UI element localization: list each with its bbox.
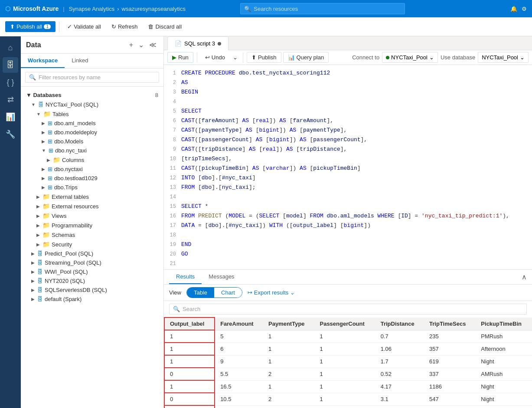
azure-icon: ⬡ <box>5 5 10 12</box>
script-tab-bar: 📄 SQL script 3 <box>164 36 532 50</box>
line-number: 7 <box>164 126 181 135</box>
refresh-button[interactable]: ↻ Refresh <box>107 22 142 32</box>
tree-item-schemas[interactable]: ▶ 📁 Schemas <box>21 230 163 240</box>
publish-all-label: Publish all <box>16 23 42 30</box>
main-layout: ⌂ 🗄 { } ⇄ 📊 🔧 Data + ⌄ ≪ Workspace Linke… <box>0 36 532 408</box>
breadcrumb-synapse[interactable]: Synapse Analytics <box>69 6 115 12</box>
tab-linked[interactable]: Linked <box>65 54 95 68</box>
line-content: BEGIN <box>181 88 532 97</box>
results-table-header: Output_label FareAmount PaymentType Pass… <box>164 317 532 330</box>
line-content <box>181 193 532 201</box>
run-button[interactable]: ▶ Run <box>167 52 193 63</box>
tab-messages[interactable]: Messages <box>202 270 241 284</box>
validate-all-label: Validate all <box>74 23 101 30</box>
tree-item-views[interactable]: ▶ 📁 Views <box>21 211 163 220</box>
table-cell: 547 <box>424 393 476 405</box>
tree-item-nyc-taxi[interactable]: ▼ ⊞ dbo.nyc_taxi <box>21 146 163 155</box>
tree-item-nyctaxi[interactable]: ▶ ⊞ dbo.nyctaxi <box>21 165 163 174</box>
table-cell: 1186 <box>424 380 476 393</box>
more-button[interactable]: ⌄ <box>137 40 146 50</box>
more-options-button[interactable]: ⌄ <box>231 52 239 62</box>
tree-item-external-tables[interactable]: ▶ 📁 External tables <box>21 192 163 201</box>
table-cell: 235 <box>424 330 476 343</box>
tree-item-programmability[interactable]: ▶ 📁 Programmability <box>21 220 163 230</box>
tab-workspace[interactable]: Workspace <box>21 54 65 68</box>
query-plan-button[interactable]: 📊 Query plan <box>283 52 329 63</box>
publish-button[interactable]: ⬆ Publish <box>247 52 281 63</box>
monitor-icon[interactable]: 📊 <box>3 109 18 125</box>
develop-icon[interactable]: { } <box>3 74 18 90</box>
line-content <box>181 97 532 106</box>
tab-results[interactable]: Results <box>169 270 202 284</box>
global-search[interactable]: 🔍 <box>240 3 405 14</box>
collapse-button[interactable]: ≪ <box>147 40 158 50</box>
line-content: CAST([passengerCount] AS [bigint]) AS [p… <box>181 136 532 144</box>
line-number: 15 <box>164 202 181 211</box>
tree-item-streaming-pool[interactable]: ▶ 🗄 Streaming_Pool (SQL) <box>21 258 163 267</box>
table-icon: ⊞ <box>48 175 52 181</box>
tree-item-tables[interactable]: ▼ 📁 Tables <box>21 109 163 119</box>
publish-all-button[interactable]: ⬆ Publish all 1 <box>5 21 55 32</box>
validate-icon: ✓ <box>67 23 72 30</box>
table-toggle[interactable]: Table <box>187 288 214 298</box>
tree-item-security[interactable]: ▶ 📁 Security <box>21 240 163 249</box>
code-editor[interactable]: 1CREATE PROCEDURE dbo.test_nyctaxi_scori… <box>164 65 532 269</box>
use-db-dropdown[interactable]: NYCTaxi_Pool ⌄ <box>478 52 529 63</box>
tree-item-models[interactable]: ▶ ⊞ dbo.Models <box>21 137 163 146</box>
database-icon: 🗄 <box>37 296 43 302</box>
search-input[interactable] <box>254 6 401 12</box>
tree-item-nyctaxi-pool[interactable]: ▼ 🗄 NYCTaxi_Pool (SQL) <box>21 100 163 109</box>
tree-item-label: Columns <box>62 157 84 163</box>
tree-item-sqlserverlessdb[interactable]: ▶ 🗄 SQLServerlessDB (SQL) <box>21 285 163 295</box>
integrate-icon[interactable]: ⇄ <box>3 92 18 107</box>
table-row: 05.5210.52337AMRush <box>164 368 532 380</box>
tree-item-columns[interactable]: ▶ 📁 Columns <box>21 155 163 165</box>
tree-item-trips[interactable]: ▶ ⊞ dbo.Trips <box>21 183 163 192</box>
chart-toggle[interactable]: Chart <box>214 288 242 298</box>
results-panel: Results Messages ∧ View Table Chart ↦ Ex… <box>164 269 532 408</box>
tree-item-wwi-pool[interactable]: ▶ 🗄 WWI_Pool (SQL) <box>21 267 163 276</box>
settings-icon[interactable]: ⚙ <box>522 6 527 12</box>
db-dropdown[interactable]: NYCTaxi_Pool ⌄ <box>382 52 438 63</box>
table-cell: Afternoon <box>476 405 532 408</box>
tree-item-predict-pool[interactable]: ▶ 🗄 Predict_Pool (SQL) <box>21 249 163 258</box>
table-cell: 1 <box>314 330 375 343</box>
notification-icon[interactable]: 🔔 <box>510 6 517 12</box>
line-content: CAST([pickupTimeBin] AS [varchar]) AS [p… <box>181 164 532 173</box>
add-button[interactable]: + <box>127 40 135 50</box>
tree-item-modeldeploy[interactable]: ▶ ⊞ dbo.modeldeploy <box>21 128 163 137</box>
script-tab[interactable]: 📄 SQL script 3 <box>167 36 228 50</box>
tree-item-testload[interactable]: ▶ ⊞ dbo.testload1029 <box>21 174 163 183</box>
tree-item-default-spark[interactable]: ▶ 🗄 default (Spark) <box>21 295 163 304</box>
tree-item-label: Streaming_Pool (SQL) <box>45 259 101 266</box>
tree-item-label: SQLServerlessDB (SQL) <box>45 287 107 293</box>
script-toolbar: ▶ Run ↩ Undo ⌄ ⬆ Publish 📊 Query plan Co… <box>164 50 532 65</box>
tree-item-aml-models[interactable]: ▶ ⊞ dbo.aml_models <box>21 119 163 128</box>
sidebar-tree: ▼ Databases 8 ▼ 🗄 NYCTaxi_Pool (SQL) ▼ 📁… <box>21 87 163 408</box>
results-table-wrap[interactable]: Output_label FareAmount PaymentType Pass… <box>164 317 532 408</box>
tree-item-external-resources[interactable]: ▶ 📁 External resources <box>21 201 163 211</box>
results-toolbar: View Table Chart ↦ Export results ⌄ <box>164 285 532 301</box>
validate-all-button[interactable]: ✓ Validate all <box>63 22 105 32</box>
export-button[interactable]: ↦ Export results ⌄ <box>248 289 295 296</box>
table-row: 15110.7235PMRush <box>164 330 532 343</box>
chevron-icon: ▶ <box>31 297 35 301</box>
line-content: GO <box>181 250 532 259</box>
data-icon[interactable]: 🗄 <box>3 57 18 73</box>
table-cell: 6 <box>215 343 263 355</box>
breadcrumb-workspace[interactable]: wsazuresynapseanalytics <box>122 6 186 12</box>
undo-button[interactable]: ↩ Undo <box>201 52 229 62</box>
chevron-icon: ▶ <box>42 185 45 190</box>
manage-icon[interactable]: 🔧 <box>3 126 18 142</box>
home-icon[interactable]: ⌂ <box>3 40 18 55</box>
collapse-icon[interactable]: ∧ <box>522 273 527 281</box>
results-search-input[interactable] <box>183 306 523 312</box>
tree-item-nyt2020[interactable]: ▶ 🗄 NYT2020 (SQL) <box>21 276 163 285</box>
breadcrumb-sep2: › <box>117 6 119 12</box>
col-payment-type: PaymentType <box>263 317 314 330</box>
breadcrumb-sep1: | <box>63 6 64 12</box>
code-line: 20GO <box>164 249 532 259</box>
discard-all-button[interactable]: 🗑 Discard all <box>144 22 186 32</box>
filter-input[interactable] <box>39 74 155 81</box>
databases-header[interactable]: ▼ Databases 8 <box>21 90 163 100</box>
